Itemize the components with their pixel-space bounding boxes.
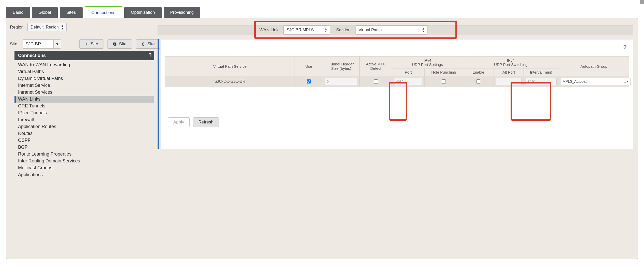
copy-icon <box>113 42 117 46</box>
th-tunnel-header-size: Tunnel Header Size (bytes) <box>323 57 359 76</box>
tab-sites[interactable]: Sites <box>60 7 83 18</box>
tab-connections[interactable]: Connections <box>85 7 122 18</box>
port-input[interactable] <box>394 78 422 85</box>
corner-resize-glyph <box>640 0 644 4</box>
th-enable: Enable <box>463 68 494 76</box>
interval-input[interactable] <box>526 78 557 85</box>
virtual-path-table: Virtual Path Service Use Tunnel Header S… <box>165 56 629 87</box>
region-row: Region: Default_Region ▲▼ <box>10 23 67 32</box>
plus-icon <box>85 42 89 46</box>
tunnel-header-size-input[interactable] <box>325 78 357 85</box>
th-group-udp-switching: IPv4 UDP Port Switching <box>463 57 559 68</box>
tree-item-internet-service[interactable]: Internet Service <box>14 82 154 89</box>
th-active-mtu: Active MTU Detect <box>360 57 392 76</box>
chevron-down-icon[interactable]: ▾ <box>53 40 61 48</box>
delete-site-button[interactable]: Site <box>136 39 160 49</box>
tree-item-wan-links[interactable]: WAN Links <box>14 96 154 103</box>
clone-site-button[interactable]: Site <box>108 39 132 49</box>
chevron-updown-icon: ▲▼ <box>422 27 425 33</box>
site-label: Site: <box>10 41 19 47</box>
tree-item-routes[interactable]: Routes <box>14 130 154 137</box>
wan-section-bar: WAN Link: SJC-BR-MPLS ▲▼ Section: Virtua… <box>158 25 633 35</box>
tree-item-gre-tunnels[interactable]: GRE Tunnels <box>14 103 154 109</box>
table-wrap: Virtual Path Service Use Tunnel Header S… <box>165 56 629 87</box>
section-label: Section: <box>336 27 352 33</box>
autopath-group-value: MPLS_Autopath <box>563 79 589 84</box>
th-port: Port <box>392 68 425 76</box>
region-select-value: Default_Region <box>31 25 59 30</box>
svg-rect-0 <box>114 43 116 45</box>
region-label: Region: <box>10 25 25 30</box>
tab-basic[interactable]: Basic <box>6 7 30 18</box>
wan-link-value: SJC-BR-MPLS <box>287 28 314 32</box>
th-interval: Interval (min) <box>524 68 559 76</box>
tree-header-label: Connections <box>18 53 46 58</box>
table-button-row: Apply Refresh <box>168 117 219 127</box>
tree-header: Connections ? <box>14 51 154 60</box>
svg-rect-1 <box>114 43 116 45</box>
tree-item-multicast[interactable]: Multicast Groups <box>14 164 154 171</box>
tree-item-bgp[interactable]: BGP <box>14 144 154 151</box>
tree-item-ospf[interactable]: OSPF <box>14 137 154 144</box>
tree-item-inter-routing[interactable]: Inter Routing Domain Services <box>14 158 154 164</box>
wan-link-select[interactable]: SJC-BR-MPLS ▲▼ <box>283 25 330 35</box>
autopath-group-select[interactable]: MPLS_Autopath ▲▼ <box>561 78 631 85</box>
section-value: Virtual Paths <box>359 28 381 32</box>
add-site-button[interactable]: Site <box>79 39 103 49</box>
clone-site-label: Site <box>119 41 126 47</box>
active-mtu-checkbox[interactable] <box>374 79 378 84</box>
tree-item-applications[interactable]: Applications <box>14 171 154 178</box>
tree-help-icon[interactable]: ? <box>149 52 152 58</box>
tree-item-virtual-paths[interactable]: Virtual Paths <box>14 68 154 75</box>
th-use: Use <box>295 57 323 76</box>
tab-global[interactable]: Global <box>32 7 58 18</box>
wan-section-bar-wrap: WAN Link: SJC-BR-MPLS ▲▼ Section: Virtua… <box>158 21 633 36</box>
tree-item-ipsec-tunnels[interactable]: IPsec Tunnels <box>14 109 154 116</box>
tree-item-route-learning[interactable]: Route Learning Properties <box>14 151 154 158</box>
alt-port-input[interactable] <box>496 78 522 85</box>
tree-item-firewall[interactable]: Firewall <box>14 116 154 123</box>
cell-svc: SJC-DC-SJC-BR <box>165 76 295 87</box>
content-help-icon[interactable]: ? <box>623 44 627 51</box>
th-group-udp-settings: IPv4 UDP Port Settings <box>392 57 463 68</box>
region-select[interactable]: Default_Region ▲▼ <box>27 23 67 32</box>
section-select[interactable]: Virtual Paths ▲▼ <box>355 25 427 35</box>
content-card: ? Virtual Path Service Use Tunnel Header… <box>161 39 633 149</box>
trash-icon <box>141 42 145 46</box>
chevron-updown-icon: ▲▼ <box>624 80 629 83</box>
site-value: SJC-BR <box>23 41 53 47</box>
chevron-updown-icon: ▲▼ <box>325 27 327 33</box>
table-row: SJC-DC-SJC-BR <box>165 76 629 87</box>
tree-item-wan-to-wan[interactable]: WAN-to-WAN Forwarding <box>14 61 154 68</box>
tree-item-app-routes[interactable]: Application Routes <box>14 123 154 130</box>
wan-link-label: WAN Link: <box>259 27 280 33</box>
tree-item-dynamic-vp[interactable]: Dynamic Virtual Paths <box>14 75 154 82</box>
tree-item-intranet-services[interactable]: Intranet Services <box>14 89 154 96</box>
tree-items: WAN-to-WAN Forwarding Virtual Paths Dyna… <box>14 60 154 179</box>
th-hole-punching: Hole Punching <box>424 68 463 76</box>
top-tabs: Basic Global Sites Connections Optimizat… <box>6 7 200 18</box>
site-combobox[interactable]: SJC-BR ▾ <box>23 39 61 49</box>
th-virtual-path-service: Virtual Path Service <box>165 57 295 76</box>
use-checkbox[interactable] <box>307 79 311 84</box>
hole-punching-checkbox[interactable] <box>442 79 446 84</box>
delete-site-label: Site <box>147 41 155 47</box>
th-autopath-group: Autopath Group <box>559 57 629 76</box>
chevron-updown-icon: ▲▼ <box>61 24 64 30</box>
main-panel: Region: Default_Region ▲▼ WAN Link: SJC-… <box>6 18 638 259</box>
vertical-accent-bar <box>158 39 159 149</box>
add-site-label: Site <box>91 41 98 47</box>
right-content: ? Virtual Path Service Use Tunnel Header… <box>158 39 633 177</box>
sidebar-tree: Connections ? WAN-to-WAN Forwarding Virt… <box>14 51 154 179</box>
site-row: Site: SJC-BR ▾ Site Site Site <box>10 39 160 49</box>
tab-optimization[interactable]: Optimization <box>124 7 161 18</box>
refresh-button[interactable]: Refresh <box>193 117 219 127</box>
th-alt-port: Alt Port <box>494 68 524 76</box>
enable-checkbox[interactable] <box>476 79 480 84</box>
apply-button[interactable]: Apply <box>168 117 190 127</box>
tab-provisioning[interactable]: Provisioning <box>164 7 201 18</box>
